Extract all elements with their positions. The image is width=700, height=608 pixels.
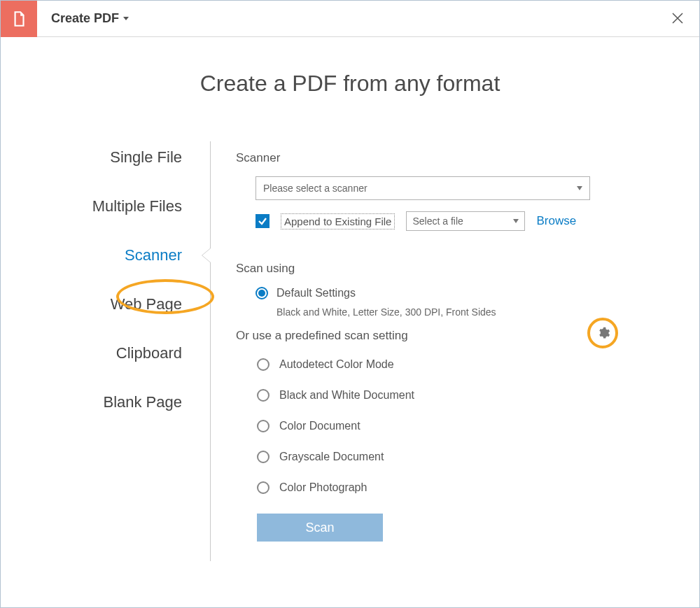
- scanner-select-value: Please select a scanner: [263, 183, 368, 194]
- preset-autodetect-row[interactable]: Autodetect Color Mode: [257, 358, 657, 371]
- append-checkbox[interactable]: [255, 214, 270, 228]
- preset-radio[interactable]: [257, 420, 270, 432]
- scanner-select[interactable]: Please select a scanner: [255, 176, 590, 200]
- header-title: Create PDF: [51, 11, 119, 26]
- preset-photo-row[interactable]: Color Photograph: [257, 481, 657, 494]
- default-settings-radio[interactable]: [255, 287, 268, 299]
- default-settings-summary: Black and White, Letter Size, 300 DPI, F…: [276, 306, 657, 318]
- preset-label: Grayscale Document: [279, 451, 384, 463]
- preset-radio[interactable]: [257, 481, 270, 494]
- preset-label: Autodetect Color Mode: [279, 358, 394, 371]
- preset-label: Color Photograph: [279, 481, 367, 494]
- preset-label: Black and White Document: [279, 389, 414, 402]
- content-area: Create a PDF from any format Single File…: [1, 37, 699, 589]
- scanner-panel: Scanner Please select a scanner Append t…: [211, 141, 657, 561]
- preset-bw-row[interactable]: Black and White Document: [257, 389, 657, 402]
- append-label: Append to Existing File: [281, 213, 395, 229]
- radio-dot-icon: [258, 290, 265, 297]
- chevron-down-icon: [123, 17, 129, 20]
- close-button[interactable]: [670, 10, 685, 26]
- sidebar-item-scanner[interactable]: Scanner: [1, 239, 210, 271]
- create-pdf-dropdown[interactable]: Create PDF: [37, 11, 129, 26]
- spacer: [1, 561, 699, 589]
- scan-using-label: Scan using: [236, 262, 657, 276]
- check-icon: [258, 216, 267, 226]
- source-sidebar: Single File Multiple Files Scanner Web P…: [1, 141, 211, 561]
- preset-section: Or use a predefined scan setting Autodet…: [236, 329, 657, 494]
- sidebar-item-clipboard[interactable]: Clipboard: [1, 337, 210, 369]
- preset-radio[interactable]: [257, 389, 270, 402]
- page-title: Create a PDF from any format: [1, 71, 699, 97]
- sidebar-item-blank-page[interactable]: Blank Page: [1, 386, 210, 418]
- sidebar-item-multiple-files[interactable]: Multiple Files: [1, 190, 210, 222]
- content-scroll-region[interactable]: Create a PDF from any format Single File…: [1, 37, 699, 608]
- default-settings-label: Default Settings: [276, 287, 356, 299]
- browse-link[interactable]: Browse: [536, 214, 576, 228]
- append-file-select[interactable]: Select a file: [406, 211, 525, 231]
- chevron-down-icon: [577, 186, 582, 190]
- app-pdf-icon: [1, 1, 37, 37]
- window-header: Create PDF: [1, 1, 699, 37]
- scanner-section-label: Scanner: [236, 151, 657, 165]
- preset-color-row[interactable]: Color Document: [257, 420, 657, 432]
- gear-icon: [596, 326, 610, 340]
- scan-button[interactable]: Scan: [257, 514, 383, 542]
- close-icon: [671, 12, 684, 24]
- chevron-down-icon: [513, 219, 519, 223]
- preset-label: Color Document: [279, 420, 360, 432]
- sidebar-item-single-file[interactable]: Single File: [1, 141, 210, 174]
- default-settings-radio-row[interactable]: Default Settings: [255, 287, 657, 299]
- preset-radio[interactable]: [257, 451, 270, 463]
- sidebar-item-web-page[interactable]: Web Page: [1, 288, 210, 320]
- scan-using-section: Scan using Default Settings Black and Wh…: [236, 262, 657, 542]
- append-file-value: Select a file: [412, 215, 463, 227]
- scan-settings-button[interactable]: [594, 324, 612, 342]
- preset-grayscale-row[interactable]: Grayscale Document: [257, 451, 657, 463]
- layout-row: Single File Multiple Files Scanner Web P…: [1, 141, 699, 561]
- document-icon: [10, 10, 28, 28]
- append-row: Append to Existing File Select a file Br…: [255, 211, 657, 231]
- preset-radio[interactable]: [257, 358, 270, 371]
